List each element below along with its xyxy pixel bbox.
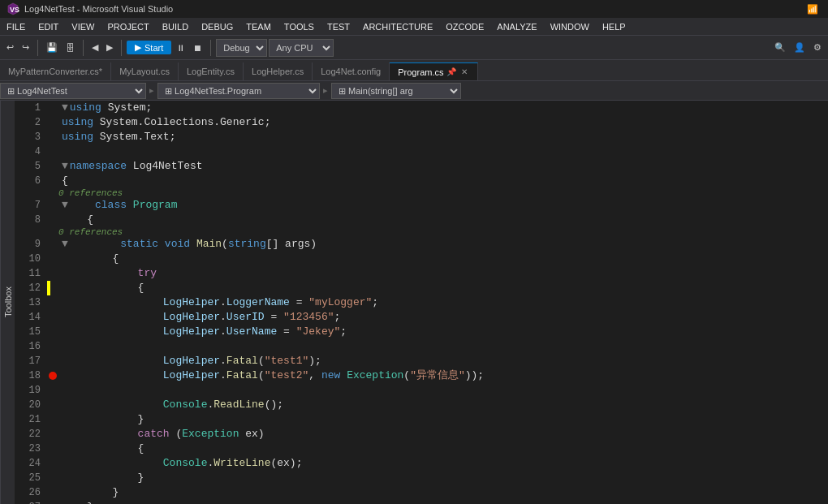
menu-debug[interactable]: DEBUG (195, 18, 239, 35)
code-line: 5 ▼namespace Log4NetTest (15, 159, 828, 174)
tab-label: LogEntity.cs (187, 67, 235, 76)
line-number: 26 (15, 485, 47, 500)
tab-pin-icon[interactable]: 📌 (446, 67, 456, 76)
code-block-7: 0 references 7 ▼ class Program (15, 188, 828, 213)
debug-mode-select[interactable]: Debug (216, 39, 267, 57)
line-number: 10 (15, 252, 47, 266)
menu-help[interactable]: HELP (596, 18, 632, 35)
code-line: 10 { (15, 252, 828, 266)
line-gutter (47, 115, 58, 130)
line-number: 3 (15, 130, 47, 144)
back-btn[interactable]: ◀ (88, 41, 101, 54)
undo-btn[interactable]: ↩ (3, 41, 17, 54)
code-content (58, 339, 828, 354)
ref-text: 0 references (58, 227, 123, 237)
line-gutter (47, 456, 58, 471)
start-button[interactable]: ▶ Start (127, 41, 171, 54)
line-gutter (47, 310, 58, 325)
forward-btn[interactable]: ▶ (103, 41, 116, 54)
line-gutter (47, 159, 58, 174)
code-container: 1 ▼using System; 2 using System.Collecti… (15, 101, 828, 504)
nav-sep: ▸ (146, 85, 157, 96)
toolbox-sidebar[interactable]: Toolbox (0, 101, 15, 504)
tab-logentity[interactable]: LogEntity.cs (179, 62, 244, 80)
nav-sep2: ▸ (320, 85, 331, 96)
line-number: 25 (15, 471, 47, 485)
code-content: catch (Exception ex) (58, 427, 828, 442)
menu-view[interactable]: VIEW (65, 18, 101, 35)
menu-test[interactable]: TEST (321, 18, 356, 35)
line-number: 27 (15, 500, 47, 504)
code-line: 24 Console.WriteLine(ex); (15, 456, 828, 471)
tab-loghelper[interactable]: LogHelper.cs (244, 62, 313, 80)
tab-log4net-config[interactable]: Log4Net.config (313, 62, 390, 80)
menu-team[interactable]: TEAM (239, 18, 278, 35)
code-content: LogHelper.UserName = "Jekey"; (58, 325, 828, 339)
menu-build[interactable]: BUILD (156, 18, 195, 35)
ref-text: 0 references (58, 188, 123, 198)
code-line: 7 ▼ class Program (15, 198, 828, 213)
code-line: 11 try (15, 266, 828, 281)
code-line: 8 { (15, 213, 828, 227)
save-all-btn[interactable]: 🗄 (63, 41, 78, 54)
start-label: Start (144, 43, 163, 53)
save-btn[interactable]: 💾 (43, 41, 61, 54)
line-number: 5 (15, 159, 47, 174)
line-number: 22 (15, 427, 47, 442)
code-line: 21 } (15, 412, 828, 427)
code-editor[interactable]: 1 ▼using System; 2 using System.Collecti… (15, 101, 828, 504)
code-content: { (58, 442, 828, 456)
code-line: 18 LogHelper.Fatal("test2", new Exceptio… (15, 368, 828, 383)
project-nav-select[interactable]: ⊞ Log4NetTest (0, 83, 146, 99)
navbars: ⊞ Log4NetTest ▸ ⊞ Log4NetTest.Program ▸ … (0, 81, 828, 101)
ref-comment-9: 0 references (15, 227, 828, 237)
menu-file[interactable]: FILE (0, 18, 32, 35)
menu-window[interactable]: WINDOW (544, 18, 596, 35)
line-number: 9 (15, 237, 47, 252)
code-content: { (58, 174, 828, 188)
code-content: ▼ class Program (58, 198, 828, 213)
line-number: 13 (15, 295, 47, 310)
redo-btn[interactable]: ↪ (19, 41, 32, 54)
code-content: ▼using System; (58, 101, 828, 115)
menu-architecture[interactable]: ARCHITECTURE (356, 18, 439, 35)
code-content (58, 144, 828, 159)
code-content: Console.ReadLine(); (58, 398, 828, 412)
titlebar: VS Log4NetTest - Microsoft Visual Studio… (0, 0, 828, 18)
breakpoint-indicator (49, 372, 57, 380)
method-nav-select[interactable]: ⊞ Main(string[] arg (331, 83, 461, 99)
menu-edit[interactable]: EDIT (32, 18, 65, 35)
line-number: 20 (15, 398, 47, 412)
toolbar: ↩ ↪ 💾 🗄 ◀ ▶ ▶ Start ⏸ ⏹ Debug Any CPU 🔍 … (0, 36, 828, 60)
code-content: { (58, 252, 828, 266)
line-gutter (47, 368, 58, 383)
class-nav-select[interactable]: ⊞ Log4NetTest.Program (157, 83, 320, 99)
line-number: 17 (15, 354, 47, 368)
line-number: 21 (15, 412, 47, 427)
menu-ozcode[interactable]: OZCODE (439, 18, 490, 35)
search-btn[interactable]: 🔍 (771, 41, 789, 54)
line-number: 8 (15, 213, 47, 227)
code-content: { (58, 213, 828, 227)
platform-select[interactable]: Any CPU (269, 39, 334, 57)
tab-mylayout[interactable]: MyLayout.cs (111, 62, 179, 80)
line-gutter (47, 398, 58, 412)
line-gutter (47, 339, 58, 354)
code-line: 25 } (15, 471, 828, 485)
pause-btn[interactable]: ⏸ (173, 41, 188, 54)
line-gutter (47, 485, 58, 500)
menu-tools[interactable]: TOOLS (278, 18, 321, 35)
menu-analyze[interactable]: ANALYZE (490, 18, 543, 35)
line-number: 18 (15, 368, 47, 383)
tab-close-btn[interactable]: ✕ (459, 67, 469, 76)
tab-program[interactable]: Program.cs 📌 ✕ (390, 62, 478, 80)
account-btn[interactable]: 👤 (791, 41, 809, 54)
toolbar-sep-2 (83, 40, 84, 56)
line-gutter (47, 101, 58, 115)
code-content: { (58, 281, 828, 295)
settings-btn[interactable]: ⚙ (810, 41, 825, 54)
menu-project[interactable]: PROJECT (101, 18, 155, 35)
line-number: 15 (15, 325, 47, 339)
tab-mypatternconverter[interactable]: MyPatternConverter.cs* (0, 62, 111, 80)
stop-btn[interactable]: ⏹ (190, 41, 205, 54)
